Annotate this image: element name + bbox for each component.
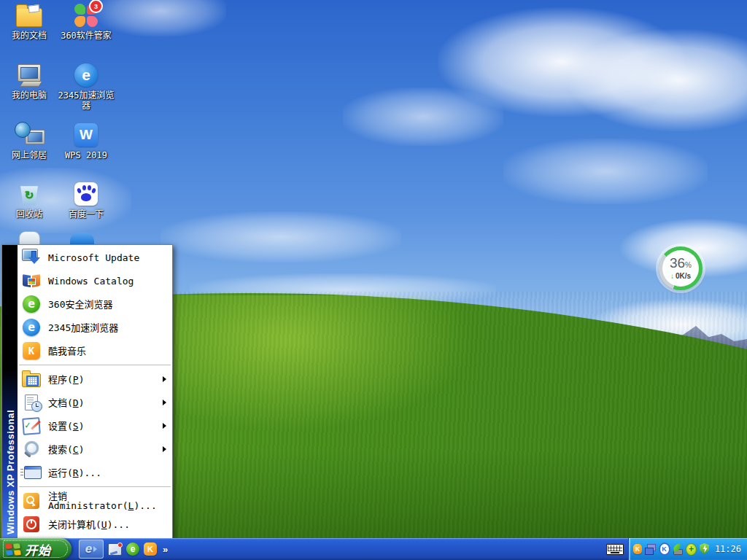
menu-item-windows-catalog[interactable]: Windows Catalog xyxy=(18,269,172,292)
menu-item-microsoft-update[interactable]: Microsoft Update xyxy=(18,246,172,269)
cloud xyxy=(343,88,503,146)
menu-separator xyxy=(19,486,171,487)
my-documents-icon xyxy=(16,3,42,28)
submenu-arrow-icon xyxy=(163,446,166,452)
cloud xyxy=(503,139,708,204)
360-float-ball-widget[interactable]: 36% ↓0K/s xyxy=(659,246,703,290)
quick-launch-360-browser[interactable]: e xyxy=(126,542,139,556)
recycle-bin-icon: ↻ xyxy=(16,182,42,206)
documents-icon xyxy=(21,393,42,412)
desktop-icon-my-computer[interactable]: 我的电脑 xyxy=(0,63,58,101)
cloud xyxy=(160,211,401,262)
wps-2019-icon: W xyxy=(73,122,99,147)
menu-item-2345-browser[interactable]: e 2345加速浏览器 xyxy=(18,316,172,339)
menu-item-search[interactable]: 搜索(C) xyxy=(18,438,172,461)
shut-down-power-icon xyxy=(21,515,42,534)
down-arrow-icon: ↓ xyxy=(670,272,674,280)
partial-desktop-icon[interactable] xyxy=(70,233,94,244)
desktop-icon-360-software-manager[interactable]: 3 360软件管家 xyxy=(57,3,115,41)
notification-badge: 3 xyxy=(89,0,103,13)
windows-flag-icon xyxy=(5,542,21,556)
submenu-arrow-icon xyxy=(163,376,166,382)
tray-input-sprout-icon[interactable] xyxy=(673,544,684,555)
menu-separator xyxy=(19,365,171,365)
usage-percent: 36% xyxy=(670,257,692,272)
desktop-icon-network-places[interactable]: 网上邻居 xyxy=(0,122,58,160)
desktop-icon-baidu-search[interactable]: 百度一下 xyxy=(57,182,115,219)
cloud xyxy=(569,29,747,131)
icon-label: 2345加速浏览器 xyxy=(58,90,115,111)
icon-label: WPS 2019 xyxy=(65,150,107,160)
desktop-icon-my-documents[interactable]: 我的文档 xyxy=(0,3,58,41)
tray-security-shield-icon[interactable] xyxy=(700,543,709,555)
my-computer-icon xyxy=(16,63,42,88)
menu-item-kuwo-music[interactable]: K 酷我音乐 xyxy=(18,339,172,362)
input-method-keyboard-icon[interactable] xyxy=(606,544,624,555)
desktop-icon-2345-browser[interactable]: e 2345加速浏览器 xyxy=(57,63,115,111)
menu-item-run[interactable]: 运行(R)... xyxy=(18,461,172,484)
search-icon xyxy=(21,440,42,459)
2345-browser-icon: e xyxy=(73,63,99,88)
settings-icon: ✓ xyxy=(21,416,42,435)
taskbar: 开始 e e K » K K + 11:26 xyxy=(0,538,747,560)
quick-launch-bar: e e K » xyxy=(76,538,168,560)
banner-text: Windows XP Professional xyxy=(4,410,15,534)
360-browser-icon: e xyxy=(21,295,42,314)
microsoft-update-icon xyxy=(21,248,42,267)
tray-kuwo-icon[interactable]: K xyxy=(633,544,642,554)
menu-item-360-browser[interactable]: e 360安全浏览器 xyxy=(18,292,172,316)
icon-label: 我的电脑 xyxy=(12,90,47,101)
tray-k-circle-icon[interactable]: K xyxy=(659,542,670,556)
programs-icon xyxy=(21,370,42,389)
kuwo-music-icon: K xyxy=(21,341,42,360)
start-menu-banner: Windows XP Professional xyxy=(2,245,18,538)
network-places-icon xyxy=(16,122,42,147)
show-desktop-icon[interactable] xyxy=(108,543,122,556)
menu-item-log-off[interactable]: 注销 Administrator(L)... xyxy=(18,489,172,513)
tray-360-plus-icon[interactable]: + xyxy=(686,543,697,556)
baidu-search-icon xyxy=(73,182,99,206)
system-tray: K K + 11:26 xyxy=(628,538,747,560)
widget-face: 36% ↓0K/s xyxy=(662,250,699,287)
start-button-label: 开始 xyxy=(25,540,51,559)
launch-arrow-icon xyxy=(93,546,97,552)
partial-desktop-icon[interactable] xyxy=(19,231,40,245)
run-icon xyxy=(21,463,42,482)
icon-label: 网上邻居 xyxy=(12,150,47,160)
desktop-icon-wps-2019[interactable]: W WPS 2019 xyxy=(57,122,115,160)
icon-label: 回收站 xyxy=(16,209,42,219)
icon-label: 360软件管家 xyxy=(61,31,112,41)
start-menu: Windows XP Professional Microsoft Update… xyxy=(1,244,173,539)
360-software-manager-icon: 3 xyxy=(73,3,99,28)
desktop-icon-recycle-bin[interactable]: ↻ 回收站 xyxy=(0,182,58,219)
tray-network-icon[interactable] xyxy=(645,544,656,555)
quick-launch-kuwo[interactable]: K xyxy=(144,542,157,556)
icon-label: 百度一下 xyxy=(69,209,104,219)
download-speed: ↓0K/s xyxy=(670,272,691,281)
submenu-arrow-icon xyxy=(163,423,166,429)
menu-item-settings[interactable]: ✓ 设置(S) xyxy=(18,414,172,438)
start-menu-list: Microsoft Update Windows Catalog e 360安全… xyxy=(18,245,172,538)
quick-launch-chevron[interactable]: » xyxy=(163,544,168,555)
log-off-key-icon xyxy=(21,491,42,510)
windows-catalog-icon xyxy=(21,271,42,290)
desktop-screen: 我的文档 3 360软件管家 我的电脑 e 2345加速浏览器 网上邻居 W W… xyxy=(0,0,747,560)
2345-browser-icon: e xyxy=(21,318,42,337)
menu-item-shut-down[interactable]: 关闭计算机(U)... xyxy=(18,513,172,536)
start-button[interactable]: 开始 xyxy=(0,538,71,560)
icon-label: 我的文档 xyxy=(12,31,47,41)
tray-clock[interactable]: 11:26 xyxy=(715,544,741,554)
menu-item-documents[interactable]: 文档(D) xyxy=(18,391,172,414)
submenu-arrow-icon xyxy=(163,400,166,405)
menu-item-programs[interactable]: 程序(P) xyxy=(18,368,172,391)
quick-launch-ie[interactable]: e xyxy=(79,540,104,559)
